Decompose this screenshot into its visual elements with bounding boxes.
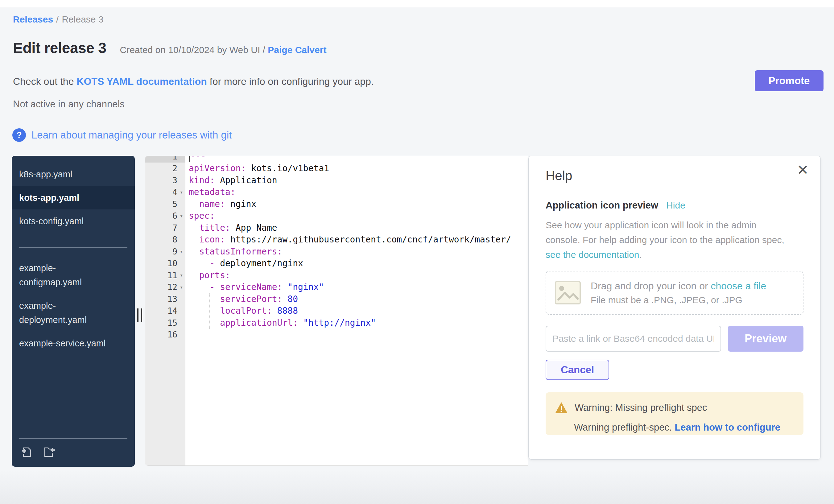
- warning-body: Warning preflight-spec.: [574, 422, 675, 433]
- add-file-icon[interactable]: [20, 445, 34, 459]
- file-item-kots-config.yaml[interactable]: kots-config.yaml: [12, 210, 135, 233]
- icon-url-row: Preview: [546, 326, 804, 352]
- description-text: See how your application icon will look …: [546, 220, 784, 245]
- code-line-8[interactable]: 8 icon: https://raw.githubusercontent.co…: [145, 234, 528, 246]
- breadcrumb: Releases/Release 3: [13, 14, 104, 25]
- file-list: k8s-app.yamlkots-app.yamlkots-config.yam…: [12, 156, 135, 438]
- yaml-editor[interactable]: 1---2apiVersion: kots.io/v1beta13kind: A…: [145, 156, 528, 466]
- tree-divider: [19, 247, 127, 248]
- code-line-3[interactable]: 3kind: Application: [145, 174, 528, 186]
- code-line-13[interactable]: 13 servicePort: 80: [145, 293, 528, 305]
- sidebar-resize-handle[interactable]: [137, 308, 142, 322]
- code-line-10[interactable]: 10 - deployment/nginx: [145, 258, 528, 269]
- save-release-button[interactable]: Save release: [735, 471, 821, 493]
- cancel-button[interactable]: Cancel: [546, 360, 609, 380]
- file-item-example-service.yaml[interactable]: example-service.yaml: [12, 332, 135, 355]
- code-lines: 1---2apiVersion: kots.io/v1beta13kind: A…: [145, 156, 528, 341]
- code-line-15[interactable]: 15 applicationUrl: "http://nginx": [145, 317, 528, 329]
- created-prefix: Created on 10/10/2024 by Web UI /: [120, 45, 268, 55]
- last-modified-text: Last modified on 10/10/2024: [13, 479, 134, 490]
- see-documentation-link[interactable]: see the documentation: [546, 249, 639, 260]
- code-line-5[interactable]: 5 name: nginx: [145, 198, 528, 210]
- breadcrumb-separator: /: [56, 14, 59, 24]
- git-help-link[interactable]: Learn about managing your releases with …: [31, 129, 232, 141]
- code-line-14[interactable]: 14 localPort: 8888: [145, 305, 528, 317]
- dropzone-text: Drag and drop your icon or choose a file…: [591, 280, 766, 305]
- icon-url-input[interactable]: [546, 326, 721, 352]
- warning-configure-link[interactable]: Learn how to configure: [675, 422, 780, 433]
- docs-suffix: for more info on configuring your app.: [207, 76, 374, 87]
- indent-guide: [210, 293, 210, 329]
- hide-link[interactable]: Hide: [666, 200, 685, 211]
- kots-yaml-doc-link[interactable]: KOTS YAML documentation: [76, 76, 207, 87]
- file-tree-sidebar: k8s-app.yamlkots-app.yamlkots-config.yam…: [12, 156, 135, 467]
- git-help-row[interactable]: ? Learn about managing your releases wit…: [12, 128, 232, 142]
- created-line: Created on 10/10/2024 by Web UI / Paige …: [120, 45, 327, 55]
- icon-dropzone[interactable]: Drag and drop your icon or choose a file…: [546, 271, 804, 314]
- icon-preview-title: Application icon preview: [546, 200, 658, 211]
- description-period: .: [639, 249, 642, 260]
- promote-button[interactable]: Promote: [755, 70, 824, 91]
- help-panel: ✕ Help Application icon preview Hide See…: [528, 156, 821, 460]
- dropzone-prompt: Drag and drop your icon or: [591, 280, 711, 291]
- code-line-9[interactable]: 9▾ statusInformers:: [145, 245, 528, 258]
- file-item-kots-app.yaml[interactable]: kots-app.yaml: [12, 186, 135, 210]
- question-circle-icon: ?: [12, 128, 26, 142]
- add-folder-icon[interactable]: [43, 445, 57, 459]
- docs-prefix: Check out the: [13, 76, 76, 87]
- breadcrumb-current: Release 3: [62, 14, 103, 24]
- code-line-16[interactable]: 16: [145, 329, 528, 341]
- code-line-12[interactable]: 12▾ - serviceName: "nginx": [145, 281, 528, 293]
- image-placeholder-icon: [554, 279, 581, 306]
- top-strip: [0, 0, 834, 7]
- code-line-6[interactable]: 6▾spec:: [145, 210, 528, 222]
- code-line-7[interactable]: 7 title: App Name: [145, 222, 528, 234]
- icon-preview-description: See how your application icon will look …: [546, 218, 792, 262]
- title-row: Edit release 3Created on 10/10/2024 by W…: [13, 40, 326, 57]
- file-item-example-configmap.yaml[interactable]: example-configmap.yaml: [12, 256, 135, 294]
- file-item-example-deployment.yaml[interactable]: example-deployment.yaml: [12, 294, 135, 332]
- code-line-4[interactable]: 4▾metadata:: [145, 186, 528, 198]
- close-icon[interactable]: ✕: [797, 163, 809, 177]
- dropzone-requirements: File must be a .PNG, .JPEG, or .JPG: [591, 295, 766, 305]
- breadcrumb-releases-link[interactable]: Releases: [13, 14, 53, 24]
- choose-file-link[interactable]: choose a file: [711, 280, 766, 291]
- page-title: Edit release 3: [13, 40, 106, 57]
- docs-line: Check out the KOTS YAML documentation fo…: [13, 76, 374, 87]
- warning-triangle-icon: [555, 401, 568, 414]
- warning-detail: Warning preflight-spec. Learn how to con…: [574, 422, 794, 433]
- code-line-2[interactable]: 2apiVersion: kots.io/v1beta1: [145, 162, 528, 175]
- channel-status: Not active in any channels: [13, 99, 125, 110]
- icon-preview-section-header: Application icon preview Hide: [546, 200, 804, 211]
- code-line-1[interactable]: 1---: [145, 156, 528, 162]
- preflight-warning-box: Warning: Missing preflight spec Warning …: [546, 392, 804, 435]
- help-panel-title: Help: [546, 169, 804, 183]
- file-item-k8s-app.yaml[interactable]: k8s-app.yaml: [12, 162, 135, 186]
- code-line-11[interactable]: 11▾ ports:: [145, 269, 528, 281]
- created-author-link[interactable]: Paige Calvert: [268, 45, 326, 55]
- warning-title: Warning: Missing preflight spec: [575, 402, 707, 413]
- sidebar-footer: [19, 438, 127, 467]
- preview-button[interactable]: Preview: [728, 326, 804, 352]
